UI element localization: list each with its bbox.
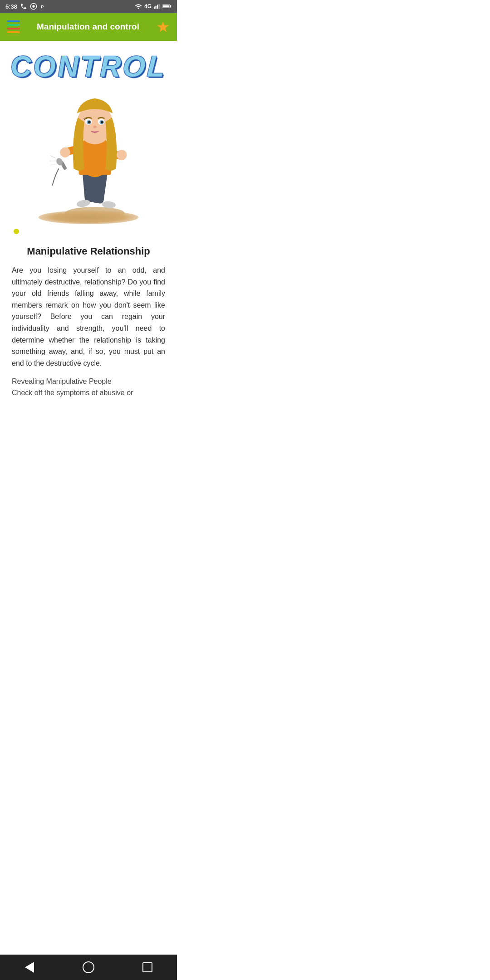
battery-icon bbox=[162, 4, 172, 9]
app-bar-title: Manipulation and control bbox=[20, 22, 156, 32]
svg-rect-8 bbox=[170, 5, 171, 7]
slide-dot-active bbox=[14, 229, 19, 234]
svg-point-28 bbox=[101, 121, 103, 124]
menu-button[interactable] bbox=[7, 20, 20, 33]
svg-rect-4 bbox=[156, 6, 157, 9]
svg-rect-3 bbox=[154, 7, 155, 9]
main-content: CONTROL bbox=[0, 41, 177, 408]
time-display: 5:38 bbox=[5, 3, 17, 10]
signal-icon bbox=[154, 4, 160, 9]
slide-indicator bbox=[5, 224, 172, 236]
character-illustration bbox=[34, 83, 143, 220]
svg-text:P: P bbox=[41, 5, 44, 9]
hamburger-line-1 bbox=[7, 20, 20, 22]
parking-icon: P bbox=[40, 3, 46, 10]
svg-point-27 bbox=[88, 121, 91, 124]
svg-point-20 bbox=[117, 150, 127, 160]
hamburger-line-2 bbox=[7, 24, 20, 26]
article-cutoff-text: Check off the symptoms of abusive or bbox=[12, 387, 165, 399]
svg-line-34 bbox=[50, 156, 55, 158]
status-right: 4G bbox=[135, 3, 172, 10]
svg-rect-6 bbox=[159, 4, 160, 9]
article-title: Manipulative Relationship bbox=[12, 245, 165, 257]
article-subheading: Revealing Manipulative People bbox=[12, 376, 165, 387]
illustration-area: CONTROL bbox=[0, 41, 177, 241]
network-type: 4G bbox=[144, 3, 152, 10]
svg-point-18 bbox=[60, 147, 70, 158]
control-title-text: CONTROL bbox=[9, 50, 168, 83]
floor-shadow bbox=[39, 211, 138, 224]
svg-point-31 bbox=[93, 126, 97, 128]
svg-point-1 bbox=[32, 5, 34, 7]
svg-rect-9 bbox=[163, 5, 169, 8]
hamburger-line-4 bbox=[7, 31, 20, 33]
svg-line-36 bbox=[50, 164, 57, 165]
status-bar: 5:38 P 4G bbox=[0, 0, 177, 13]
hamburger-line-3 bbox=[7, 28, 20, 29]
article-section: Manipulative Relationship Are you losing… bbox=[0, 241, 177, 408]
phone-missed-icon bbox=[20, 3, 27, 10]
wifi-icon bbox=[135, 4, 142, 9]
app-bar: Manipulation and control ★ bbox=[0, 13, 177, 41]
article-body-text: Are you losing yourself to an odd, and u… bbox=[12, 265, 165, 369]
chrome-icon bbox=[30, 3, 37, 10]
favorite-button[interactable]: ★ bbox=[156, 18, 170, 36]
svg-rect-5 bbox=[157, 5, 158, 9]
status-left: 5:38 P bbox=[5, 3, 46, 10]
